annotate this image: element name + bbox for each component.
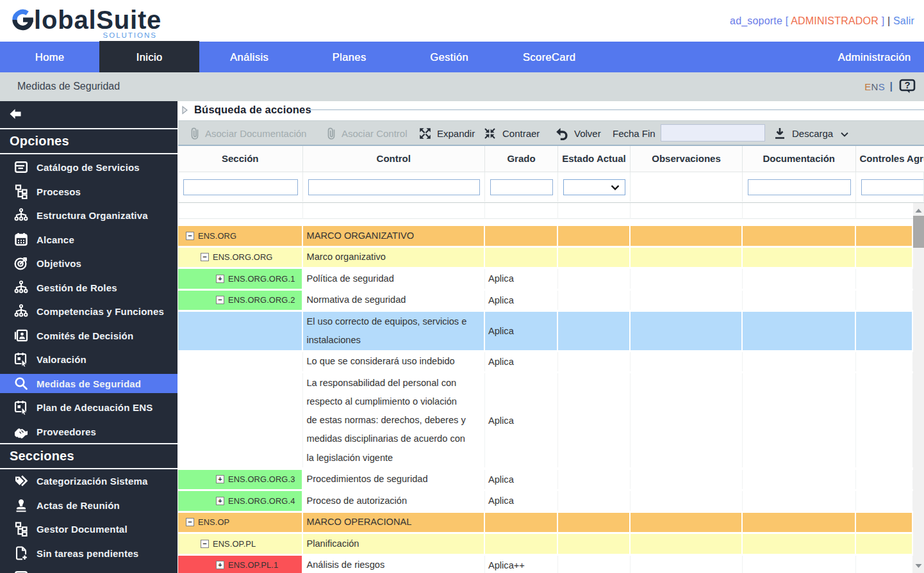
svg-text:lobalSuite: lobalSuite [34,6,161,34]
svg-text:?: ? [904,79,910,90]
svg-text:SOLUTIONS: SOLUTIONS [103,31,157,39]
